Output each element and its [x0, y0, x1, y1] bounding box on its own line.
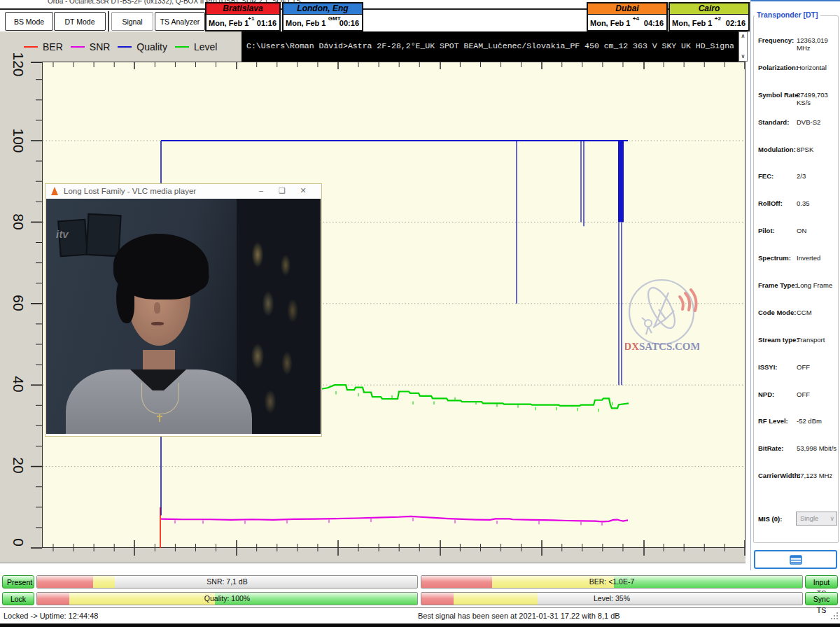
transponder-row: RollOff:0.35 — [758, 199, 839, 227]
clock-time: 00:16 — [340, 19, 359, 27]
level-line-swatch — [175, 46, 189, 48]
ber-bar-label: BER: <1.0E-7 — [421, 577, 802, 586]
transponder-row: Stream type:Transport — [758, 336, 839, 363]
best-signal-status: Best signal has been seen at 2021-01-31 … — [418, 612, 620, 620]
vlc-player-window[interactable]: Long Lost Family - VLC media player – ❑ … — [45, 183, 322, 437]
transponder-rows: Frequency:12363,019 MHzPolarization:Hori… — [758, 36, 839, 499]
clock-london: London, Eng Mon, Feb 1 GMT 00:16 — [282, 2, 363, 31]
signal-monitor-app: Orba - Octanet.ScR DT-BS-2F (0x1332), Q-… — [0, 0, 840, 627]
clock-dubai: Dubai Mon, Feb 1 +4 04:16 — [587, 2, 668, 31]
y-axis-label-20: 20 — [11, 441, 27, 490]
clock-utc-offset: +1 — [248, 15, 254, 22]
clock-city: Cairo — [670, 3, 748, 15]
quality-bar-label: Quality: 100% — [37, 594, 417, 603]
clock-city: Bratislava — [206, 3, 279, 15]
legend-item-quality: Quality — [118, 41, 167, 52]
snr-line-swatch — [71, 46, 85, 48]
nose — [154, 302, 160, 314]
clock-time: 02:16 — [726, 19, 746, 27]
maximize-button[interactable]: ❑ — [276, 186, 288, 195]
y-axis-label-0: 0 — [11, 518, 27, 567]
scroll-down-arrow-icon[interactable]: ∨ — [739, 54, 747, 59]
clock-cairo: Cairo Mon, Feb 1 +2 02:16 — [668, 2, 750, 31]
dxsatcs-watermark-logo: DXSATCS.COM — [625, 277, 699, 355]
transponder-row: RF Level:-52 dBm — [758, 417, 839, 444]
clock-date: Mon, Feb 1 — [590, 19, 630, 27]
y-axis-label-100: 100 — [11, 116, 27, 165]
scroll-up-arrow-icon[interactable]: ∧ — [739, 34, 747, 39]
transponder-row: Polarization:Horizontal — [758, 64, 839, 91]
ts-details-button[interactable] — [754, 550, 837, 569]
transponder-row: FEC:2/3 — [758, 172, 839, 199]
wall-photo — [85, 213, 121, 257]
clock-date: Mon, Feb 1 — [209, 19, 248, 27]
chevron-down-icon: ∨ — [830, 512, 834, 525]
clock-utc-offset: +4 — [633, 15, 639, 22]
status-bar: Locked -> Uptime: 12:44:48 Best signal h… — [0, 607, 840, 624]
transponder-row: Modulation:8PSK — [758, 146, 839, 173]
transponder-row: Symbol Rate:27499,703 KS/s — [758, 91, 839, 118]
vlc-titlebar[interactable]: Long Lost Family - VLC media player – ❑ … — [46, 184, 321, 199]
mis-dropdown[interactable]: Single ∨ — [796, 512, 837, 526]
clock-date: Mon, Feb 1 — [286, 19, 326, 27]
vlc-video-frame: itv — [46, 199, 321, 434]
transponder-panel-title: Transponder [DT] — [755, 10, 820, 19]
clock-time: 01:16 — [257, 19, 276, 27]
transponder-row: Code Mode:CCM — [758, 309, 839, 336]
console-command-text: C:\Users\Roman Dávid>Astra 2F-28,2°E_UK … — [246, 41, 734, 50]
itv-watermark: itv — [56, 228, 69, 240]
present-indicator-button[interactable]: Present — [2, 575, 34, 589]
transponder-row: Spectrum:Inverted — [758, 254, 839, 281]
legend-item-ber: BER — [24, 41, 63, 52]
tab-separator — [108, 11, 109, 31]
clock-date: Mon, Feb 1 — [672, 19, 712, 27]
tab-bs-mode[interactable]: BS Mode — [5, 12, 53, 31]
mis-label: MIS (0): — [758, 515, 782, 523]
transponder-row: NPD:OFF — [758, 390, 839, 418]
level-progress-bar: Level: 35% — [421, 592, 803, 605]
resize-grip[interactable] — [830, 612, 839, 621]
clock-city: Dubai — [588, 3, 666, 15]
window-bottom-edge — [0, 624, 840, 627]
list-icon — [790, 555, 802, 565]
lock-uptime-status: Locked -> Uptime: 12:44:48 — [4, 612, 98, 620]
lock-indicator-button[interactable]: Lock — [2, 592, 34, 605]
tab-signal-mon[interactable]: Signal Mon. — [111, 12, 153, 31]
chart-legend: BER SNR Quality Level — [0, 31, 241, 62]
snr-bar-label: SNR: 7,1 dB — [37, 577, 417, 586]
clock-city: London, Eng — [284, 3, 362, 15]
tab-dt-mode[interactable]: DT Mode — [54, 12, 106, 31]
close-button[interactable]: ✕ — [298, 186, 309, 195]
clock-time: 04:16 — [644, 19, 664, 27]
y-axis-label-80: 80 — [11, 197, 27, 246]
transponder-row: Standard:DVB-S2 — [758, 118, 839, 146]
quality-line-swatch — [118, 46, 132, 48]
quality-progress-bar: Quality: 100% — [36, 592, 418, 605]
transponder-row: CarrierWidth:37,123 MHz — [758, 472, 839, 499]
svg-text:DXSATCS.COM: DXSATCS.COM — [625, 341, 699, 352]
console-window[interactable]: C:\Users\Roman Dávid>Astra 2F-28,2°E_UK … — [241, 31, 748, 62]
y-axis-label-40: 40 — [11, 360, 27, 409]
clock-bratislava: Bratislava Mon, Feb 1 +1 01:16 — [205, 2, 281, 31]
input-ts-button[interactable]: Input TS — [805, 575, 838, 589]
tab-ts-analyzer[interactable]: TS Analyzer (OK) — [155, 12, 205, 31]
mouth — [151, 322, 164, 325]
y-axis-label-60: 60 — [11, 279, 27, 327]
clock-utc-offset: +2 — [715, 15, 721, 22]
background-shelf — [237, 199, 321, 434]
legend-item-snr: SNR — [71, 41, 111, 52]
chart-bottom-margin — [0, 548, 746, 563]
cross-pendant — [159, 414, 160, 422]
transponder-row: ISSYI:OFF — [758, 363, 839, 390]
minimize-button[interactable]: – — [255, 186, 267, 195]
ber-progress-bar: BER: <1.0E-7 — [421, 575, 803, 589]
transponder-panel: Transponder [DT] Frequency:12363,019 MHz… — [750, 0, 840, 570]
snr-progress-bar: SNR: 7,1 dB — [36, 575, 418, 589]
console-scrollbar[interactable]: ∧ ∨ — [738, 31, 748, 62]
transponder-row: Frame Type:Long Frame — [758, 281, 839, 309]
transponder-row: Frequency:12363,019 MHz — [758, 36, 839, 64]
legend-item-level: Level — [175, 41, 217, 52]
sync-ts-button[interactable]: Sync TS — [805, 592, 838, 605]
vlc-window-title: Long Lost Family - VLC media player — [64, 187, 196, 195]
transponder-row: Pilot:ON — [758, 227, 839, 254]
